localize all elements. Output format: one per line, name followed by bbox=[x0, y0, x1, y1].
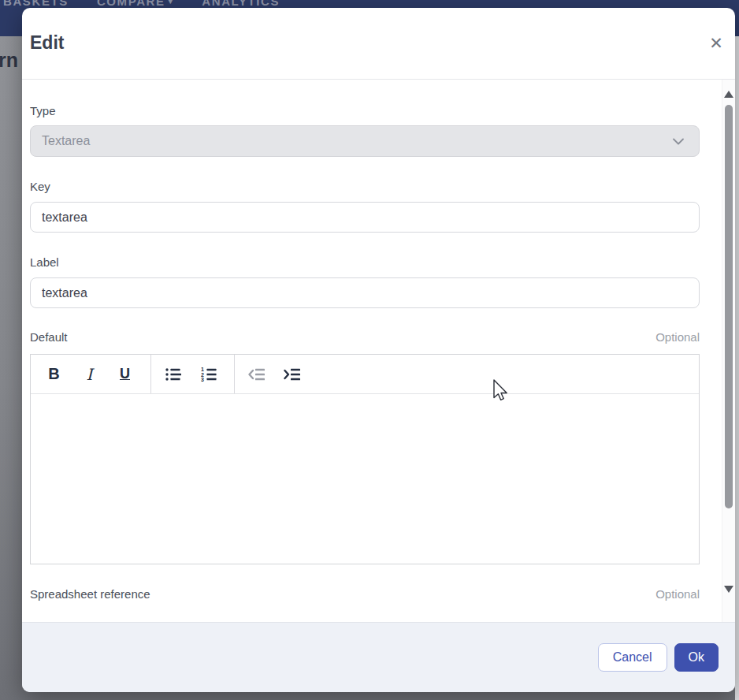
key-input[interactable] bbox=[30, 202, 700, 233]
nav-item-baskets[interactable]: BASKETS bbox=[3, 0, 69, 8]
toolbar-divider bbox=[150, 355, 151, 393]
scrollbar-thumb[interactable] bbox=[725, 105, 733, 508]
caret-down-icon: ▾ bbox=[169, 0, 174, 6]
ok-button[interactable]: Ok bbox=[674, 643, 719, 672]
nav-items: BASKETS COMPARE▾ ANALYTICS bbox=[0, 0, 739, 8]
nav-item-analytics[interactable]: ANALYTICS bbox=[202, 0, 280, 8]
nav-item-label: BASKETS bbox=[3, 0, 69, 8]
close-icon[interactable]: ✕ bbox=[706, 33, 726, 54]
scrollbar-up-icon[interactable] bbox=[724, 91, 733, 98]
dialog-footer: Cancel Ok bbox=[22, 622, 735, 692]
indent-button[interactable] bbox=[274, 355, 310, 393]
rich-text-editor: B I U bbox=[30, 354, 700, 564]
dialog-title: Edit bbox=[30, 32, 64, 54]
chevron-down-icon bbox=[670, 133, 686, 149]
ordered-list-button[interactable]: 1 2 3 bbox=[191, 355, 226, 393]
type-select-value: Textarea bbox=[42, 134, 90, 148]
type-select[interactable]: Textarea bbox=[30, 125, 700, 157]
svg-text:3: 3 bbox=[201, 377, 204, 382]
scrollbar-down-icon[interactable] bbox=[724, 586, 733, 593]
outdent-icon bbox=[247, 365, 266, 384]
italic-button[interactable]: I bbox=[72, 355, 107, 393]
dialog-body: Type Textarea Key Label Default Optional… bbox=[30, 80, 700, 601]
nav-item-compare[interactable]: COMPARE▾ bbox=[97, 0, 173, 8]
spreadsheet-reference-label: Spreadsheet reference bbox=[30, 587, 150, 601]
cancel-button[interactable]: Cancel bbox=[598, 643, 667, 672]
spreadsheet-field-header: Spreadsheet reference Optional bbox=[30, 587, 700, 601]
bullet-list-button[interactable] bbox=[155, 355, 191, 393]
page-scrollbar-strip bbox=[735, 36, 739, 700]
indent-icon bbox=[283, 365, 302, 384]
type-label: Type bbox=[30, 104, 700, 117]
bullet-list-icon bbox=[164, 365, 183, 384]
dialog-scrollbar[interactable] bbox=[722, 80, 735, 622]
background-page-heading: rn bbox=[0, 49, 18, 72]
key-label: Key bbox=[30, 180, 700, 193]
label-label: Label bbox=[30, 255, 700, 269]
default-optional-badge: Optional bbox=[655, 330, 700, 344]
label-input[interactable] bbox=[30, 277, 700, 308]
nav-item-label: COMPARE bbox=[97, 0, 165, 8]
nav-item-label: ANALYTICS bbox=[202, 0, 280, 8]
toolbar-divider bbox=[234, 355, 235, 393]
spreadsheet-optional-badge: Optional bbox=[655, 587, 700, 601]
editor-toolbar: B I U bbox=[31, 355, 699, 394]
default-label: Default bbox=[30, 330, 68, 344]
underline-button[interactable]: U bbox=[107, 355, 143, 393]
ordered-list-icon: 1 2 3 bbox=[199, 365, 218, 384]
editor-content-area[interactable] bbox=[31, 394, 699, 564]
outdent-button[interactable] bbox=[239, 355, 274, 393]
bold-button[interactable]: B bbox=[36, 355, 72, 393]
default-field-header: Default Optional bbox=[30, 330, 700, 344]
dialog-header: Edit ✕ bbox=[22, 8, 735, 80]
edit-dialog: Edit ✕ Type Textarea Key Label Default O… bbox=[22, 8, 735, 692]
